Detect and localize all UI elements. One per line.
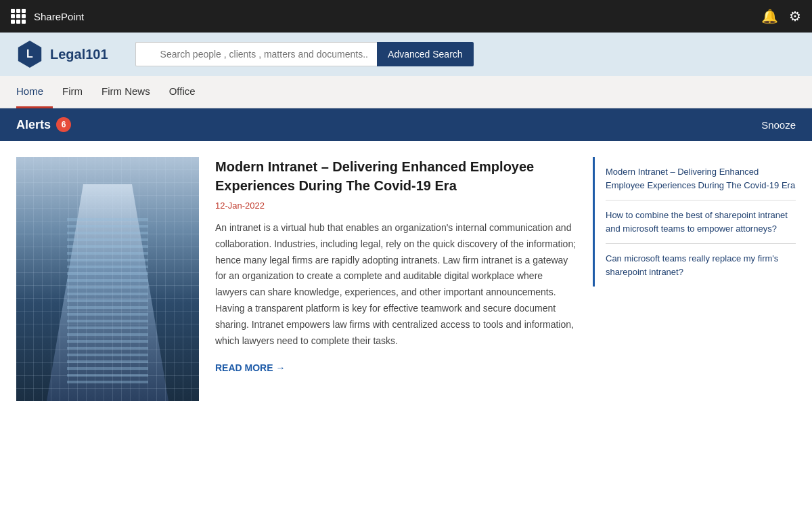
search-input[interactable] <box>135 42 377 66</box>
article-sidebar: Modern Intranet – Delivering Enhanced Em… <box>593 157 796 287</box>
notification-bell-icon[interactable]: 🔔 <box>761 8 778 24</box>
logo-letter: L <box>26 48 33 60</box>
logo-hex: L <box>16 41 43 68</box>
article-date: 12-Jan-2022 <box>215 200 577 211</box>
article-section: Modern Intranet – Delivering Enhanced Em… <box>16 157 577 492</box>
read-more-link[interactable]: READ MORE → <box>215 362 577 373</box>
search-wrapper: 🔍 <box>135 42 377 66</box>
waffle-menu-icon[interactable] <box>11 9 26 24</box>
article-image <box>16 157 199 401</box>
alerts-count-badge: 6 <box>56 117 71 132</box>
sidebar-item-1[interactable]: Modern Intranet – Delivering Enhanced Em… <box>606 157 796 200</box>
article-sidebar-wrapper: Modern Intranet – Delivering Enhanced Em… <box>593 157 796 492</box>
logo-container[interactable]: L Legal101 <box>16 41 108 68</box>
nav-item-firm-news[interactable]: Firm News <box>92 76 160 108</box>
main-content: Modern Intranet – Delivering Enhanced Em… <box>0 141 812 508</box>
top-bar-actions: 🔔 ⚙ <box>761 8 801 24</box>
sub-header: L Legal101 🔍 Advanced Search <box>0 33 812 76</box>
article-content: Modern Intranet – Delivering Enhanced Em… <box>215 157 577 492</box>
article-title: Modern Intranet – Delivering Enhanced Em… <box>215 157 577 195</box>
sidebar-item-text-2: How to combine the best of sharepoint in… <box>606 210 788 234</box>
nav-item-home[interactable]: Home <box>16 76 53 108</box>
snooze-button[interactable]: Snooze <box>761 119 796 131</box>
app-title: SharePoint <box>34 11 753 22</box>
nav-menu: Home Firm Firm News Office <box>0 76 812 108</box>
nav-item-firm[interactable]: Firm <box>53 76 92 108</box>
building-windows <box>67 218 148 387</box>
advanced-search-button[interactable]: Advanced Search <box>377 42 474 66</box>
search-container: 🔍 Advanced Search <box>135 42 474 66</box>
alerts-text: Alerts <box>16 118 51 132</box>
sidebar-item-2[interactable]: How to combine the best of sharepoint in… <box>606 200 796 244</box>
sidebar-item-text-3: Can microsoft teams really replace my fi… <box>606 253 778 277</box>
logo-text: Legal101 <box>50 47 108 62</box>
top-bar: SharePoint 🔔 ⚙ <box>0 0 812 33</box>
settings-icon[interactable]: ⚙ <box>789 8 801 24</box>
alerts-label: Alerts 6 <box>16 117 71 132</box>
nav-item-office[interactable]: Office <box>160 76 205 108</box>
alerts-bar: Alerts 6 Snooze <box>0 108 812 141</box>
sidebar-item-3[interactable]: Can microsoft teams really replace my fi… <box>606 244 796 287</box>
article-body: An intranet is a virtual hub that enable… <box>215 220 577 349</box>
sidebar-item-text-1: Modern Intranet – Delivering Enhanced Em… <box>606 167 795 190</box>
